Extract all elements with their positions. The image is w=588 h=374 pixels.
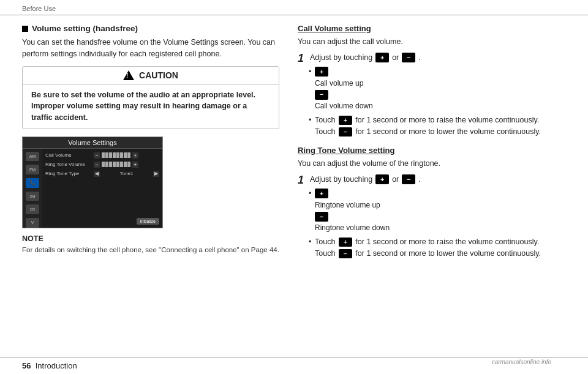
ringtone-plus-button[interactable]: +	[375, 174, 389, 184]
caution-text: Be sure to set the volume of the audio a…	[23, 84, 279, 129]
call-volume-step1: 1 Adjust by touching + or − . + Call vol…	[298, 53, 560, 140]
call-touch-minus-icon: −	[339, 127, 352, 137]
call-touch-plus-icon: +	[339, 116, 352, 125]
step-number: 1	[298, 53, 306, 64]
minus-button[interactable]: −	[402, 53, 415, 62]
ringtone-step-number: 1	[298, 174, 306, 185]
ringtone-minus-button[interactable]: −	[402, 174, 415, 184]
ringtone-step-content: Adjust by touching + or − . + Ringtone v…	[310, 174, 560, 262]
screen-initialize-btn: Initialize	[137, 218, 159, 225]
ringtone-step1: 1 Adjust by touching + or − . + Ringtone…	[298, 174, 560, 262]
call-vol-touch-item: Touch + for 1 second or more to raise th…	[315, 114, 560, 138]
screen-icon-xm: XM	[26, 192, 39, 201]
ringtone-volume-title: Ring Tone Volume setting	[298, 146, 560, 155]
step-instruction: Adjust by touching + or − .	[310, 53, 560, 62]
screen-ringtone-volume-row: Ring Tone Volume −	[45, 162, 159, 168]
screen-ringtone-type-row: Ring Tone Type ◀ Tone1 ▶	[45, 171, 159, 177]
call-vol-up-item: + Call volume up − Call volume down	[315, 66, 560, 112]
call-volume-section: Call Volume setting You can adjust the c…	[298, 24, 560, 140]
page-header: Before Use	[0, 0, 588, 15]
caution-triangle-icon	[123, 70, 134, 80]
section-title: Volume setting (handsfree)	[22, 24, 279, 33]
call-vol-plus-icon: +	[315, 67, 328, 77]
ringtone-vol-up-item: + Ringtone volume up − Ringtone volume d…	[315, 188, 560, 234]
screen-mockup: Volume Settings AM FM 📞 XM CD V Call Vol…	[22, 137, 163, 228]
screen-sidebar: AM FM 📞 XM CD V	[23, 149, 42, 228]
watermark: carmanualsonline.info	[492, 359, 551, 365]
call-volume-body: You can adjust the call volume.	[298, 36, 560, 48]
page-number: 56	[22, 361, 31, 370]
step-content: Adjust by touching + or − . + Call volum…	[310, 53, 560, 140]
ringtone-volume-bullets: + Ringtone volume up − Ringtone volume d…	[310, 188, 560, 260]
ring-touch-plus-icon: +	[339, 237, 352, 247]
screen-icon-am: AM	[26, 152, 39, 162]
call-vol-minus-icon: −	[315, 90, 328, 100]
section-body: You can set the handsfree volume on the …	[22, 37, 279, 60]
ring-vol-plus-icon: +	[315, 189, 328, 198]
note-title: NOTE	[22, 234, 279, 243]
call-volume-bullets: + Call volume up − Call volume down Touc…	[310, 66, 560, 138]
ringtone-step-instruction: Adjust by touching + or − .	[310, 174, 560, 184]
black-square-icon	[22, 26, 28, 32]
caution-header: CAUTION	[23, 67, 279, 84]
ringtone-vol-touch-item: Touch + for 1 second or more to raise th…	[315, 236, 560, 260]
screen-icon-fm: FM	[26, 165, 39, 174]
ring-touch-minus-icon: −	[339, 249, 352, 258]
ring-vol-minus-icon: −	[315, 212, 328, 222]
right-column: Call Volume setting You can adjust the c…	[298, 15, 566, 353]
caution-box: CAUTION Be sure to set the volume of the…	[22, 66, 279, 129]
screen-call-volume-row: Call Volume − +	[45, 152, 159, 159]
screen-icon-cd: CD	[26, 204, 39, 214]
call-volume-title: Call Volume setting	[298, 24, 560, 33]
note-text: For details on switching the cell phone,…	[22, 245, 279, 255]
screen-content: Call Volume − +	[42, 149, 162, 228]
screen-icon-phone: 📞	[26, 178, 39, 188]
plus-button[interactable]: +	[375, 53, 389, 62]
screen-title: Volume Settings	[23, 137, 162, 149]
page-label: Introduction	[36, 361, 77, 370]
left-column: Volume setting (handsfree) You can set t…	[22, 15, 279, 353]
screen-icon-v: V	[26, 218, 39, 228]
note-section: NOTE For details on switching the cell p…	[22, 234, 279, 255]
ringtone-volume-section: Ring Tone Volume setting You can adjust …	[298, 146, 560, 261]
ringtone-volume-body: You can adjust the volume of the rington…	[298, 158, 560, 170]
